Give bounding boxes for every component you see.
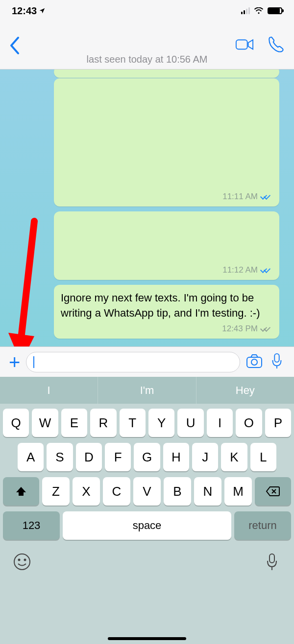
key-h[interactable]: H xyxy=(163,443,189,471)
suggestion[interactable]: I xyxy=(0,377,98,404)
attach-button[interactable]: + xyxy=(9,352,20,372)
read-tick-icon xyxy=(261,267,272,274)
key-x[interactable]: X xyxy=(73,477,100,506)
svg-marker-4 xyxy=(8,333,34,346)
return-key[interactable]: return xyxy=(234,511,291,540)
key-r[interactable]: R xyxy=(90,409,116,437)
key-t[interactable]: T xyxy=(120,409,146,437)
key-m[interactable]: M xyxy=(224,477,252,506)
sent-tick-icon xyxy=(261,325,272,332)
key-f[interactable]: F xyxy=(105,443,131,471)
video-call-button[interactable] xyxy=(235,35,254,56)
read-tick-icon xyxy=(261,193,272,200)
message-input[interactable] xyxy=(26,352,240,372)
key-e[interactable]: E xyxy=(61,409,87,437)
svg-line-3 xyxy=(21,221,34,339)
key-p[interactable]: P xyxy=(265,409,291,437)
keyboard: QWERTYUIOP ASDFGHJKL ZXCVBNM 123 space r… xyxy=(0,404,294,644)
key-d[interactable]: D xyxy=(76,443,102,471)
svg-point-6 xyxy=(251,359,257,365)
svg-point-12 xyxy=(19,559,20,561)
status-bar: 12:43 xyxy=(0,0,294,22)
key-i[interactable]: I xyxy=(207,409,233,437)
key-n[interactable]: N xyxy=(194,477,221,506)
key-v[interactable]: V xyxy=(133,477,161,506)
battery-icon xyxy=(268,7,282,14)
annotation-arrow xyxy=(7,221,51,346)
suggestion[interactable]: Hey xyxy=(196,377,294,404)
message-bubble[interactable]: 11:12 AM xyxy=(54,211,279,280)
mic-button[interactable] xyxy=(269,353,285,371)
key-s[interactable]: S xyxy=(47,443,73,471)
key-c[interactable]: C xyxy=(103,477,130,506)
numbers-key[interactable]: 123 xyxy=(3,511,60,540)
message-bubble[interactable] xyxy=(54,69,279,78)
input-bar: + xyxy=(0,346,294,377)
nav-bar: last seen today at 10:56 AM xyxy=(0,22,294,69)
message-text: Ignore my next few texts. I'm going to b… xyxy=(61,292,260,319)
svg-rect-1 xyxy=(236,40,247,49)
key-j[interactable]: J xyxy=(192,443,218,471)
status-icons xyxy=(241,7,282,14)
svg-point-0 xyxy=(258,12,259,14)
chat-area[interactable]: 11:11 AM 11:12 AM Ignore my next few tex… xyxy=(0,69,294,346)
shift-key[interactable] xyxy=(3,477,39,506)
message-time: 12:43 PM xyxy=(222,323,272,335)
key-u[interactable]: U xyxy=(177,409,203,437)
message-time: 11:11 AM xyxy=(222,191,272,203)
key-y[interactable]: Y xyxy=(148,409,174,437)
svg-marker-2 xyxy=(248,40,253,49)
message-bubble[interactable]: 11:11 AM xyxy=(54,78,279,207)
svg-rect-14 xyxy=(270,554,274,563)
suggestion[interactable]: I'm xyxy=(98,377,196,404)
key-a[interactable]: A xyxy=(18,443,44,471)
svg-point-11 xyxy=(14,554,30,570)
emoji-key[interactable] xyxy=(13,552,31,573)
signal-icon xyxy=(241,7,250,14)
message-bubble[interactable]: Ignore my next few texts. I'm going to b… xyxy=(54,285,279,339)
back-button[interactable] xyxy=(9,36,22,55)
key-k[interactable]: K xyxy=(221,443,247,471)
home-indicator[interactable] xyxy=(108,637,186,640)
key-q[interactable]: Q xyxy=(3,409,29,437)
key-z[interactable]: Z xyxy=(42,477,70,506)
backspace-key[interactable] xyxy=(255,477,291,506)
key-l[interactable]: L xyxy=(250,443,276,471)
key-b[interactable]: B xyxy=(164,477,191,506)
key-g[interactable]: G xyxy=(134,443,160,471)
last-seen-label: last seen today at 10:56 AM xyxy=(0,54,294,65)
key-w[interactable]: W xyxy=(32,409,58,437)
location-icon xyxy=(39,5,46,17)
key-o[interactable]: O xyxy=(236,409,262,437)
suggestion-bar: I I'm Hey xyxy=(0,377,294,404)
message-time: 11:12 AM xyxy=(222,264,272,276)
dictate-key[interactable] xyxy=(263,552,281,573)
wifi-icon xyxy=(254,7,264,14)
status-time: 12:43 xyxy=(12,5,37,17)
svg-rect-7 xyxy=(274,353,279,362)
space-key[interactable]: space xyxy=(63,511,231,540)
camera-button[interactable] xyxy=(246,353,263,371)
voice-call-button[interactable] xyxy=(267,35,285,56)
svg-point-13 xyxy=(24,559,26,561)
